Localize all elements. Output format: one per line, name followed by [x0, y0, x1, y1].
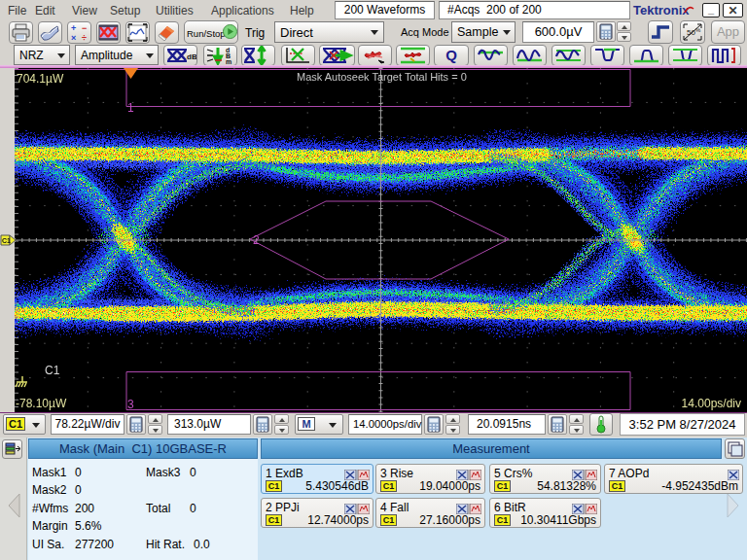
- svg-text:÷: ÷: [82, 33, 87, 43]
- svg-text:3: 3: [127, 398, 134, 411]
- svg-text:+: +: [71, 23, 76, 33]
- svg-text:1: 1: [127, 101, 134, 115]
- svg-text:−: −: [82, 23, 87, 33]
- svg-text:%: %: [695, 27, 701, 33]
- svg-text:Mask Autoseek Target Total Hit: Mask Autoseek Target Total Hits = 0: [297, 71, 467, 83]
- svg-text:704.1µW: 704.1µW: [17, 72, 64, 86]
- svg-text:dB: dB: [187, 52, 196, 61]
- svg-text:m: m: [226, 58, 231, 65]
- svg-text:2: 2: [253, 233, 260, 247]
- svg-text:14.00ps/div: 14.00ps/div: [682, 397, 741, 410]
- svg-text:×: ×: [71, 33, 76, 43]
- svg-text:-78.10µW: -78.10µW: [16, 397, 67, 410]
- svg-text:C1: C1: [2, 237, 11, 244]
- svg-text:C1: C1: [45, 364, 60, 377]
